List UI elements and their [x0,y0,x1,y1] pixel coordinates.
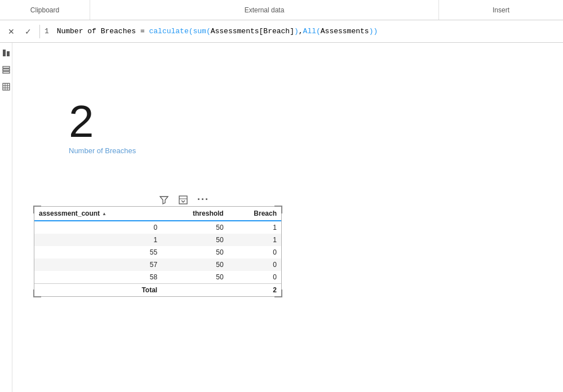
formula-function: calculate( [149,27,193,35]
cell-threshold: 50 [162,221,228,234]
total-label: Total [34,284,162,297]
data-table: assessment_count ▲ threshold [34,207,281,296]
formula-input[interactable]: 1 Number of Breaches = calculate(sum(Ass… [45,27,558,35]
formula-line-number: 1 [45,27,49,35]
svg-rect-5 [3,83,10,90]
cell-threshold: 50 [162,259,228,271]
filter-icon[interactable] [159,195,169,205]
cell-threshold: 50 [162,246,228,259]
bracket-top-right [274,206,282,213]
cell-assessment-count: 58 [34,271,162,284]
table-toolbar: ··· [159,194,209,206]
cell-breach: 0 [228,246,281,259]
bracket-bottom-left [33,289,41,297]
formula-cancel-button[interactable]: ✕ [5,25,18,38]
svg-rect-4 [3,72,10,73]
expand-icon[interactable] [178,195,188,205]
formula-all: All( [303,27,321,35]
cell-assessment-count: 55 [34,246,162,259]
formula-arg: Assessments[Breach] [211,27,294,35]
formula-confirm-button[interactable]: ✓ [21,25,35,38]
table-total-row: Total 2 [34,284,281,297]
formula-action-icons: ✕ ✓ [5,25,40,38]
cell-breach: 0 [228,259,281,271]
table-row: 58500 [34,271,281,284]
bracket-bottom-right [274,289,282,297]
cell-breach: 1 [228,221,281,234]
clipboard-label: Clipboard [30,6,59,14]
toolbar-external-data: External data [90,0,439,20]
data-table-container: assessment_count ▲ threshold [34,206,282,297]
formula-comma: , [299,27,303,35]
left-sidebar [0,43,12,392]
main-area: 2 Number of Breaches [0,43,563,392]
svg-rect-0 [3,50,6,56]
canvas: 2 Number of Breaches [12,43,563,392]
kpi-value: 2 [69,99,136,144]
table-row: 55500 [34,246,281,259]
col-header-assessment-count[interactable]: assessment_count ▲ [34,207,162,221]
formula-equals: = [140,27,149,35]
cell-assessment-count: 57 [34,259,162,271]
cell-threshold: 50 [162,271,228,284]
cell-threshold: 50 [162,234,228,246]
card-area: 2 Number of Breaches [12,43,563,392]
top-toolbar: Clipboard External data Insert [0,0,563,20]
total-value: 2 [228,284,281,297]
table-header-row: assessment_count ▲ threshold [34,207,281,221]
external-data-label: External data [245,6,285,14]
sort-arrow-up: ▲ [102,211,107,216]
formula-close1: ) [294,27,299,35]
cell-breach: 0 [228,271,281,284]
toolbar-clipboard: Clipboard [0,0,90,20]
cell-breach: 1 [228,234,281,246]
col-header-breach[interactable]: Breach [228,207,281,221]
cell-assessment-count: 0 [34,221,162,234]
bracket-top-left [33,206,41,213]
more-options-icon[interactable]: ··· [197,194,209,206]
col-header-threshold[interactable]: threshold [162,207,228,221]
formula-assessments: Assessments [321,27,369,35]
formula-measure-name: Number of Breaches [57,27,136,35]
toolbar-insert: Insert [439,0,563,20]
svg-rect-2 [3,66,10,68]
kpi-label: Number of Breaches [69,146,136,155]
table-row: 0501 [34,221,281,234]
total-threshold [162,284,228,297]
table-row: 1501 [34,234,281,246]
svg-rect-1 [7,51,10,56]
formula-bar: ✕ ✓ 1 Number of Breaches = calculate(sum… [0,20,563,43]
insert-label: Insert [493,6,509,14]
formula-close2: )) [369,27,378,35]
cell-assessment-count: 1 [34,234,162,246]
sidebar-icon-1[interactable] [2,48,11,57]
table-body: 05011501555005750058500 [34,221,281,284]
formula-sum: sum( [193,27,211,35]
kpi-visual: 2 Number of Breaches [69,99,136,155]
sidebar-icon-3[interactable] [2,82,11,91]
sidebar-icon-2[interactable] [2,65,11,74]
table-row: 57500 [34,259,281,271]
svg-rect-3 [3,69,10,71]
